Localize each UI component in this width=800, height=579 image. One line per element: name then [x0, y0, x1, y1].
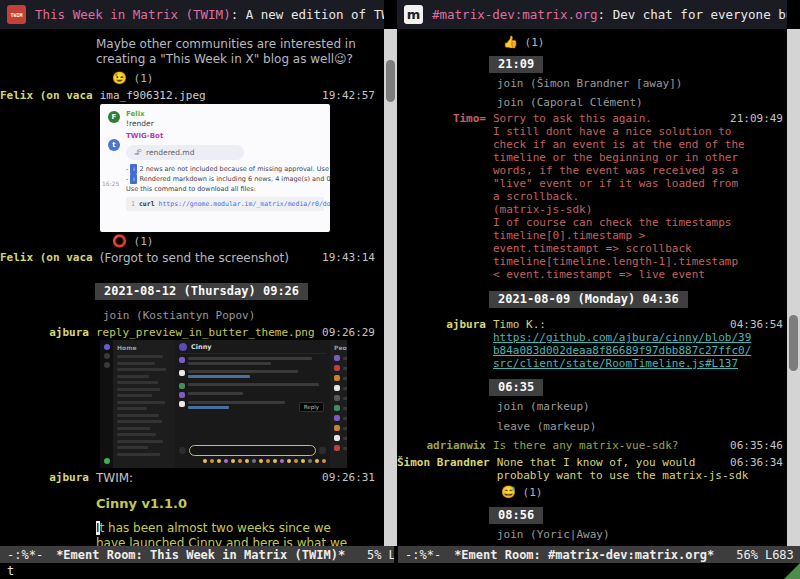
- buffer-name: *Ement Room: This Week in Matrix (TWIM)*: [56, 548, 345, 562]
- membership-event: join (Caporal Clément): [497, 96, 787, 109]
- scroll-percentage: 5%: [367, 548, 381, 562]
- attached-image-twig-bot-screenshot[interactable]: F Felix !render t TWIG-Bot 🖇 rendered.md…: [100, 104, 330, 232]
- shot2-emoji-row: [179, 456, 326, 465]
- avatar: F: [108, 111, 120, 123]
- time-header: 21:09: [489, 56, 543, 73]
- info-icon: i: [130, 164, 137, 174]
- shot1-message: !render: [126, 118, 324, 129]
- window-matrix-dev-room: m #matrix-dev:matrix.org: Dev chat for e…: [397, 0, 787, 546]
- matrix-dev-room-title: #matrix-dev:matrix.org: [432, 7, 598, 22]
- sender-ajbura[interactable]: ajbura: [397, 318, 493, 331]
- reaction-emoji: 😅: [501, 485, 516, 499]
- matrix-dev-header-line: m #matrix-dev:matrix.org: Dev chat for e…: [397, 0, 787, 29]
- membership-event: leave (markeup): [497, 420, 787, 433]
- left-mode-line: -:%*- *Ement Room: This Week in Matrix (…: [0, 546, 394, 563]
- resize-grip[interactable]: [784, 563, 800, 579]
- message-body: Maybe other communities are interested i…: [96, 37, 358, 67]
- message-body: Is there any matrix-vue-sdk?: [493, 439, 678, 452]
- sender-simon-brandner[interactable]: Šimon Brandner: [397, 456, 497, 469]
- message-row: Maybe other communities are interested i…: [0, 37, 384, 67]
- avatar: t: [108, 139, 120, 151]
- shot2-reply-tooltip: Reply: [299, 402, 324, 412]
- attached-image-cinny-screenshot[interactable]: Home Cinny: [100, 340, 347, 468]
- matrix-dev-room-topic: : Dev chat for everyone buildi: [598, 7, 787, 22]
- sender-timo[interactable]: Timo=: [397, 112, 493, 125]
- timestamp: 19:43:14: [322, 251, 375, 264]
- shot1-info-2: Rendered markdown is including 6 news, 4…: [140, 175, 331, 183]
- avatar: [179, 343, 187, 351]
- matrix-dev-room-avatar[interactable]: m: [404, 5, 423, 24]
- timestamp: 09:26:31: [322, 471, 375, 484]
- shot2-member-list: People: [330, 340, 347, 468]
- shot1-bot-name: TWIG-Bot: [126, 132, 163, 140]
- message-body: (Forgot to send the screenshot): [100, 251, 289, 266]
- sender-felix[interactable]: Felix (on vaca: [0, 89, 100, 102]
- reaction-count: (1): [134, 72, 154, 85]
- sender-ajbura[interactable]: ajbura: [0, 471, 96, 484]
- date-header: 2021-08-09 (Monday) 04:36: [489, 291, 688, 308]
- info-icon: i: [130, 174, 137, 184]
- message-row: ajbura TWIM: 09:26:31: [0, 471, 384, 486]
- right-scrollbar-thumb[interactable]: [789, 315, 798, 371]
- shot2-home-label: Home: [117, 344, 171, 351]
- attachment-row: F Felix !render t TWIG-Bot 🖇 rendered.md…: [0, 104, 384, 232]
- emacs-frame: TWIM This Week in Matrix (TWIM): A new e…: [0, 0, 800, 579]
- reaction-emoji: ⭕: [112, 234, 127, 248]
- date-header: 2021-08-12 (Thursday) 09:26: [95, 283, 308, 300]
- reaction-pill[interactable]: 👍 (1): [503, 35, 787, 50]
- reaction-count: (1): [134, 235, 154, 248]
- github-link[interactable]: https://github.com/ajbura/cinny/blob/39b…: [493, 331, 751, 370]
- shot1-sender: Felix: [126, 110, 145, 118]
- shot2-chat-area: Cinny Reply: [175, 340, 330, 468]
- sender-ajbura[interactable]: ajbura: [0, 326, 96, 339]
- sender-adrianwix[interactable]: adrianwix: [397, 439, 493, 452]
- shot1-file-name: rendered.md: [146, 148, 194, 157]
- shot1-info-1: 2 news are not included because of missi…: [140, 165, 331, 173]
- reaction-pill[interactable]: ⭕ (1): [112, 234, 384, 249]
- twim-room-avatar[interactable]: TWIM: [7, 5, 26, 24]
- image-attachment-link[interactable]: ima_f906312.jpeg: [100, 89, 206, 102]
- paperclip-icon: 🖇: [134, 148, 142, 157]
- shot1-timestamp: 16:25: [102, 180, 119, 187]
- timestamp: 19:42:57: [322, 89, 375, 102]
- reaction-pill[interactable]: 😅 (1): [501, 485, 787, 500]
- line-number: L683: [765, 548, 794, 562]
- scroll-percentage: 56%: [736, 548, 758, 562]
- message-heading: Cinny v1.1.0: [96, 496, 187, 511]
- twim-message-list: Maybe other communities are interested i…: [0, 29, 384, 546]
- timestamp: 04:36:54: [730, 318, 783, 331]
- shot2-app-title: Cinny: [191, 343, 212, 351]
- sender-felix[interactable]: Felix (on vaca: [0, 251, 100, 264]
- message-row: ajbura Timo K.: https://github.com/ajbur…: [397, 318, 787, 370]
- message-body: It has been almost two weeks since we ha…: [96, 521, 358, 546]
- reaction-emoji: 😉: [112, 71, 127, 85]
- message-heading-row: Cinny v1.1.0: [0, 496, 384, 511]
- reaction-count: (1): [525, 36, 545, 49]
- message-body: Timo K.: https://github.com/ajbura/cinny…: [493, 318, 753, 370]
- timestamp: 21:09:49: [730, 112, 783, 125]
- message-row: Felix (on vaca (Forgot to send the scree…: [0, 251, 384, 266]
- membership-event: join (Šimon Brandner [away]): [497, 77, 787, 90]
- minibuffer[interactable]: t: [0, 563, 800, 579]
- image-attachment-link[interactable]: reply_preview_in_butter_theme.png: [96, 326, 315, 339]
- time-header: 08:56: [489, 507, 543, 524]
- membership-event: join (markeup): [497, 400, 787, 413]
- reaction-pill[interactable]: 😉 (1): [112, 71, 384, 86]
- line-number: L3: [389, 548, 394, 562]
- shot1-file-pill: 🖇 rendered.md: [126, 145, 244, 160]
- matrix-dev-message-list: 👍 (1) 21:09 join (Šimon Brandner [away])…: [397, 29, 787, 546]
- window-twim-room: TWIM This Week in Matrix (TWIM): A new e…: [0, 0, 384, 546]
- message-body: TWIM:: [96, 471, 133, 486]
- right-window-scrollbar[interactable]: [787, 29, 800, 546]
- buffer-name: *Ement Room: #matrix-dev:matrix.org*: [454, 548, 714, 562]
- left-scrollbar-thumb[interactable]: [386, 60, 395, 102]
- message-body: None that I know of, you would probably …: [497, 456, 750, 482]
- timestamp: 06:35:46: [730, 439, 783, 452]
- left-window-scrollbar[interactable]: [384, 29, 397, 546]
- twim-room-topic: : A new edition of TWIM ev: [231, 7, 384, 22]
- attachment-row: Home Cinny: [0, 340, 384, 468]
- message-row: It has been almost two weeks since we ha…: [0, 521, 384, 546]
- shot2-send-button: [319, 447, 326, 454]
- message-body: Sorry to ask this again. I still dont ha…: [493, 112, 746, 281]
- shot2-space-list: [100, 340, 113, 468]
